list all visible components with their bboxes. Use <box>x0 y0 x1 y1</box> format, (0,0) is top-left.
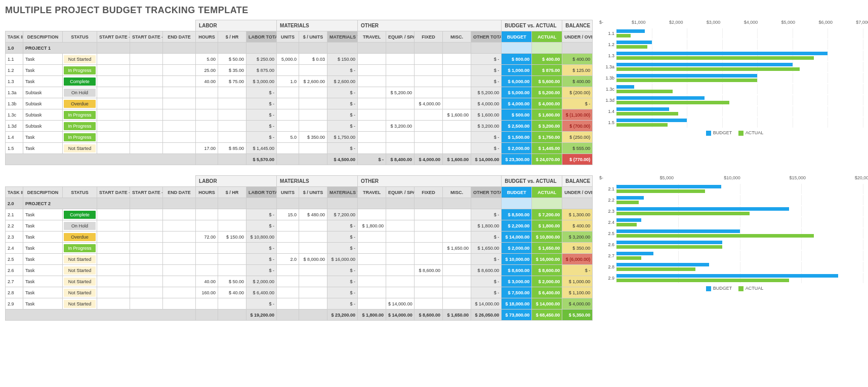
cell-misc[interactable] <box>443 98 471 109</box>
cell-start-planned[interactable] <box>97 243 130 254</box>
cell-misc[interactable] <box>443 132 471 143</box>
cell-fixed[interactable] <box>415 254 443 265</box>
cell-desc[interactable]: Task <box>23 220 63 231</box>
cell-start-actual[interactable] <box>130 54 163 65</box>
cell-desc[interactable]: Task <box>23 265 63 276</box>
cell-id[interactable]: 2.8 <box>6 287 23 298</box>
cell-equip[interactable] <box>386 220 415 231</box>
cell-travel[interactable] <box>358 87 386 98</box>
cell-desc[interactable]: Task <box>23 276 63 287</box>
cell-pu[interactable]: $ 8,000.00 <box>299 254 327 265</box>
cell-pu[interactable] <box>299 231 327 243</box>
cell-start-planned[interactable] <box>97 87 130 98</box>
cell-hours[interactable] <box>196 298 218 309</box>
cell-fixed[interactable]: $ 8,600.00 <box>415 265 443 276</box>
cell-equip[interactable] <box>386 276 415 287</box>
cell-units[interactable] <box>277 231 299 243</box>
cell-travel[interactable] <box>358 109 386 121</box>
cell-pu[interactable]: $ 350.00 <box>299 132 327 143</box>
cell-id[interactable]: 1.3 <box>6 76 23 87</box>
cell-phr[interactable] <box>218 87 246 98</box>
cell-id[interactable]: 1.3b <box>6 98 23 109</box>
cell-start-actual[interactable] <box>130 143 163 154</box>
cell-start-actual[interactable] <box>130 109 163 121</box>
cell-units[interactable] <box>277 109 299 121</box>
cell-fixed[interactable] <box>415 220 443 231</box>
cell-pu[interactable] <box>299 298 327 309</box>
cell-desc[interactable]: Subtask <box>23 121 63 132</box>
cell-travel[interactable] <box>358 265 386 276</box>
cell-end[interactable] <box>163 143 196 154</box>
cell-start-actual[interactable] <box>130 121 163 132</box>
cell-equip[interactable] <box>386 65 415 76</box>
cell-misc[interactable] <box>443 143 471 154</box>
cell-equip[interactable] <box>386 231 415 243</box>
cell-equip[interactable]: $ 5,200.00 <box>386 87 415 98</box>
cell-misc[interactable] <box>443 76 471 87</box>
cell-misc[interactable] <box>443 276 471 287</box>
cell-id[interactable]: 1.3a <box>6 87 23 98</box>
cell-travel[interactable] <box>358 243 386 254</box>
cell-id[interactable]: 2.3 <box>6 231 23 243</box>
cell-id[interactable]: 2.6 <box>6 265 23 276</box>
cell-units[interactable] <box>277 265 299 276</box>
cell-pu[interactable] <box>299 109 327 121</box>
cell-fixed[interactable] <box>415 209 443 220</box>
cell-hours[interactable] <box>196 254 218 265</box>
cell-hours[interactable]: 72.00 <box>196 231 218 243</box>
cell-travel[interactable] <box>358 98 386 109</box>
cell-misc[interactable] <box>443 209 471 220</box>
cell-misc[interactable] <box>443 121 471 132</box>
cell-equip[interactable] <box>386 265 415 276</box>
cell-desc[interactable]: Task <box>23 65 63 76</box>
cell-desc[interactable]: Task <box>23 209 63 220</box>
cell-fixed[interactable] <box>415 287 443 298</box>
cell-misc[interactable] <box>443 54 471 65</box>
cell-id[interactable]: 1.5 <box>6 143 23 154</box>
cell-start-planned[interactable] <box>97 121 130 132</box>
cell-pu[interactable]: $ 480.00 <box>299 209 327 220</box>
cell-end[interactable] <box>163 54 196 65</box>
cell-equip[interactable] <box>386 54 415 65</box>
cell-phr[interactable] <box>218 132 246 143</box>
cell-equip[interactable] <box>386 132 415 143</box>
cell-desc[interactable]: Task <box>23 54 63 65</box>
cell-fixed[interactable] <box>415 54 443 65</box>
cell-units[interactable]: 2.0 <box>277 254 299 265</box>
cell-equip[interactable] <box>386 209 415 220</box>
cell-start-actual[interactable] <box>130 287 163 298</box>
cell-misc[interactable] <box>443 287 471 298</box>
cell-start-planned[interactable] <box>97 276 130 287</box>
cell-units[interactable] <box>277 98 299 109</box>
cell-start-actual[interactable] <box>130 298 163 309</box>
cell-travel[interactable] <box>358 276 386 287</box>
cell-travel[interactable]: $ 1,800.00 <box>358 220 386 231</box>
cell-fixed[interactable] <box>415 76 443 87</box>
cell-desc[interactable]: Task <box>23 143 63 154</box>
cell-status[interactable]: Overdue <box>63 231 97 243</box>
cell-start-planned[interactable] <box>97 209 130 220</box>
cell-desc[interactable]: Task <box>23 76 63 87</box>
cell-start-planned[interactable] <box>97 76 130 87</box>
cell-phr[interactable] <box>218 265 246 276</box>
cell-start-planned[interactable] <box>97 98 130 109</box>
cell-id[interactable]: 1.3d <box>6 121 23 132</box>
cell-status[interactable]: Not Started <box>63 54 97 65</box>
cell-start-planned[interactable] <box>97 287 130 298</box>
cell-hours[interactable] <box>196 243 218 254</box>
cell-end[interactable] <box>163 243 196 254</box>
cell-misc[interactable] <box>443 87 471 98</box>
cell-units[interactable] <box>277 143 299 154</box>
cell-misc[interactable] <box>443 298 471 309</box>
cell-fixed[interactable] <box>415 109 443 121</box>
cell-end[interactable] <box>163 87 196 98</box>
cell-pu[interactable] <box>299 87 327 98</box>
cell-status[interactable]: Not Started <box>63 287 97 298</box>
cell-pu[interactable] <box>299 220 327 231</box>
cell-end[interactable] <box>163 132 196 143</box>
cell-phr[interactable]: $ 150.00 <box>218 231 246 243</box>
cell-equip[interactable] <box>386 98 415 109</box>
cell-misc[interactable] <box>443 254 471 265</box>
cell-start-actual[interactable] <box>130 254 163 265</box>
cell-equip[interactable]: $ 14,000.00 <box>386 298 415 309</box>
